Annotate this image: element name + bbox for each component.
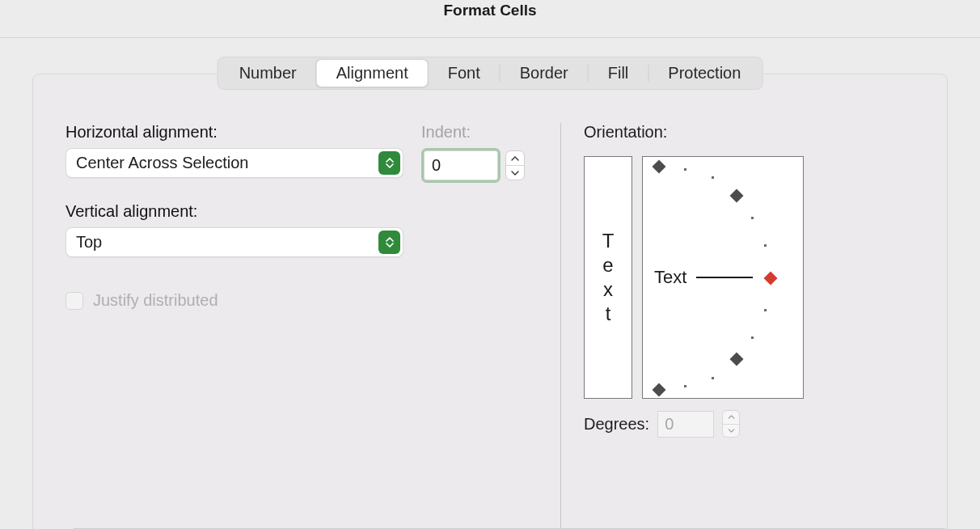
dial-tick-neg90-icon[interactable] [653,383,666,397]
dial-tick-neg45-icon[interactable] [730,353,744,366]
dial-tick-45-icon[interactable] [730,189,744,203]
vertical-text-sample: T e x t [602,231,615,324]
dial-tick-0-icon[interactable] [764,272,778,286]
dial-sample-text: Text [654,267,686,288]
vertical-alignment-select[interactable]: Top [65,227,403,257]
right-column: Orientation: T e x t Text [561,123,915,529]
tab-alignment[interactable]: Alignment [316,59,429,87]
alignment-panel: Horizontal alignment: Center Across Sele… [32,74,948,529]
tab-number[interactable]: Number [220,59,316,87]
dial-dot [712,176,714,179]
justify-distributed-label: Justify distributed [93,291,218,310]
degrees-step-up [723,411,739,424]
chevron-up-icon [511,156,519,161]
tab-font[interactable]: Font [429,59,500,87]
horizontal-alignment-value: Center Across Selection [76,154,248,172]
dial-dot [712,377,714,379]
format-cells-window: Format Cells Number Alignment Font Borde… [0,0,980,529]
tab-fill[interactable]: Fill [589,59,648,87]
left-column: Horizontal alignment: Center Across Sele… [65,123,560,529]
dial-dot [684,385,686,387]
degrees-stepper [722,410,740,438]
orientation-dial[interactable]: Text [642,156,804,399]
select-stepper-icon [378,151,400,175]
select-stepper-icon [378,231,400,254]
chevron-up-icon [728,415,735,419]
dial-tick-90-icon[interactable] [653,160,666,174]
degrees-input: 0 [657,411,714,438]
dial-dot [684,168,686,171]
titlebar-separator [0,37,980,38]
indent-stepper[interactable] [505,150,525,180]
horizontal-alignment-select[interactable]: Center Across Selection [65,148,403,178]
dial-dot [751,217,754,219]
dial-dot [764,244,767,247]
indent-value: 0 [432,156,441,175]
tab-bar: Number Alignment Font Border Fill Protec… [218,57,763,90]
tab-border[interactable]: Border [501,59,588,87]
vertical-alignment-value: Top [76,233,102,252]
vertical-alignment-label: Vertical alignment: [65,202,528,221]
chevron-down-icon [511,171,519,176]
vertical-text-button[interactable]: T e x t [584,156,632,399]
indent-label: Indent: [421,123,525,142]
indent-input[interactable]: 0 [421,148,501,183]
horizontal-alignment-label: Horizontal alignment: [65,123,403,142]
orientation-label: Orientation: [584,123,915,142]
chevron-down-icon [728,429,735,433]
degrees-value: 0 [665,415,674,434]
dial-dot [751,336,754,339]
dial-dot [764,309,767,311]
justify-distributed-checkbox [65,292,83,310]
degrees-label: Degrees: [584,415,649,434]
degrees-step-down [723,425,739,438]
indent-step-up[interactable] [506,151,524,165]
tab-protection[interactable]: Protection [648,59,760,87]
content: Number Alignment Font Border Fill Protec… [32,57,948,529]
window-title: Format Cells [0,0,980,37]
dial-needle [696,277,753,278]
indent-step-down[interactable] [506,166,524,180]
